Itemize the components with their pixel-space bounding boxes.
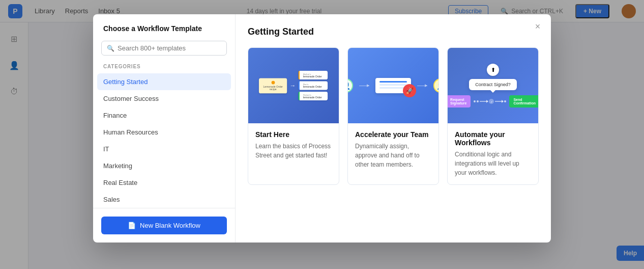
- person-avatar-1: 👤: [348, 78, 353, 93]
- workflow-template-modal: × Choose a Workflow Template 🔍 CATEGORIE…: [93, 14, 551, 243]
- card-desc-start-here: Learn the basics of Process Street and g…: [255, 142, 332, 160]
- flow-arrow-1: →: [290, 82, 296, 89]
- category-item-getting-started[interactable]: Getting Started: [97, 73, 231, 90]
- category-item-real-estate[interactable]: Real Estate: [93, 174, 235, 191]
- category-item-it[interactable]: IT: [93, 141, 235, 157]
- category-list: Getting Started Customer Success Finance…: [93, 73, 235, 208]
- card-image-automate: ⬆ Contract Signed? RequestSignature: [448, 48, 538, 123]
- step-request-signature: RequestSignature: [448, 95, 471, 107]
- card-title-start-here: Start Here: [255, 130, 332, 139]
- doc-line-1: [379, 81, 407, 83]
- content-title: Getting Started: [248, 26, 539, 37]
- new-blank-workflow-button[interactable]: 📄 New Blank Workflow: [101, 217, 227, 234]
- illustration-flow-diagram: Lemonade Orderrecipe → Amber's lemonade …: [248, 48, 339, 123]
- contract-tooltip: Contract Signed?: [469, 79, 517, 90]
- category-item-finance[interactable]: Finance: [93, 107, 235, 124]
- person-avatar-2: 👤: [433, 78, 438, 93]
- flow-box-ben: Ben's lemonade Order: [299, 82, 328, 90]
- category-item-customer-success[interactable]: Customer Success: [93, 90, 235, 107]
- card-title-automate: Automate your Workflows: [455, 130, 531, 147]
- tooltip-arrow: [490, 90, 495, 93]
- card-body-start-here: Start Here Learn the basics of Process S…: [248, 123, 339, 167]
- template-cards-grid: Lemonade Orderrecipe → Amber's lemonade …: [248, 47, 539, 185]
- doc-stack: 🚀: [375, 78, 411, 93]
- doc-line-2: [379, 84, 407, 86]
- card-body-accelerate: Accelerate your Team Dynamically assign,…: [348, 123, 438, 176]
- template-search-box[interactable]: 🔍: [101, 41, 227, 56]
- category-item-marketing[interactable]: Marketing: [93, 157, 235, 174]
- modal-footer: 📄 New Blank Workflow: [93, 208, 235, 243]
- step-send-confirmation: SendConfirmation: [509, 95, 538, 107]
- illustration-automate: ⬆ Contract Signed? RequestSignature: [448, 48, 538, 123]
- new-blank-icon: 📄: [128, 222, 136, 229]
- rocket-badge: 🚀: [403, 84, 416, 97]
- flow-box-amber: Amber's lemonade Order: [299, 71, 328, 79]
- close-button[interactable]: ×: [532, 20, 544, 33]
- template-search-input[interactable]: [118, 44, 221, 52]
- flow-box-robert: Robert's lemonade Order: [299, 92, 328, 100]
- flow-stack: Amber's lemonade Order Ben's lemonade Or…: [299, 71, 328, 100]
- template-card-start-here[interactable]: Lemonade Orderrecipe → Amber's lemonade …: [248, 47, 339, 185]
- card-image-accelerate: 👤: [348, 48, 438, 123]
- auto-icon-top: ⬆: [487, 64, 499, 76]
- card-desc-automate: Conditional logic and integrations will …: [455, 150, 531, 177]
- search-icon: 🔍: [107, 45, 114, 52]
- card-desc-accelerate: Dynamically assign, approve and hand off…: [355, 142, 431, 169]
- template-card-accelerate[interactable]: 👤: [347, 47, 439, 185]
- category-item-human-resources[interactable]: Human Resources: [93, 124, 235, 141]
- modal-body: Choose a Workflow Template 🔍 CATEGORIES …: [93, 14, 551, 243]
- modal-title: Choose a Workflow Template: [93, 24, 235, 41]
- card-body-automate: Automate your Workflows Conditional logi…: [448, 123, 538, 184]
- modal-left-panel: Choose a Workflow Template 🔍 CATEGORIES …: [93, 14, 236, 243]
- flow-lemonade: Lemonade Orderrecipe: [259, 78, 287, 93]
- new-blank-label: New Blank Workflow: [140, 222, 200, 229]
- categories-label: CATEGORIES: [93, 64, 235, 73]
- card-title-accelerate: Accelerate your Team: [355, 130, 431, 139]
- card-image-start-here: Lemonade Orderrecipe → Amber's lemonade …: [248, 48, 339, 123]
- auto-steps: RequestSignature ✓: [448, 95, 538, 107]
- template-card-automate[interactable]: ⬆ Contract Signed? RequestSignature: [447, 47, 539, 185]
- category-item-sales[interactable]: Sales: [93, 191, 235, 208]
- modal-right-panel: Getting Started Lemonade Orderrecipe →: [236, 14, 551, 243]
- illustration-team: 👤: [348, 48, 438, 123]
